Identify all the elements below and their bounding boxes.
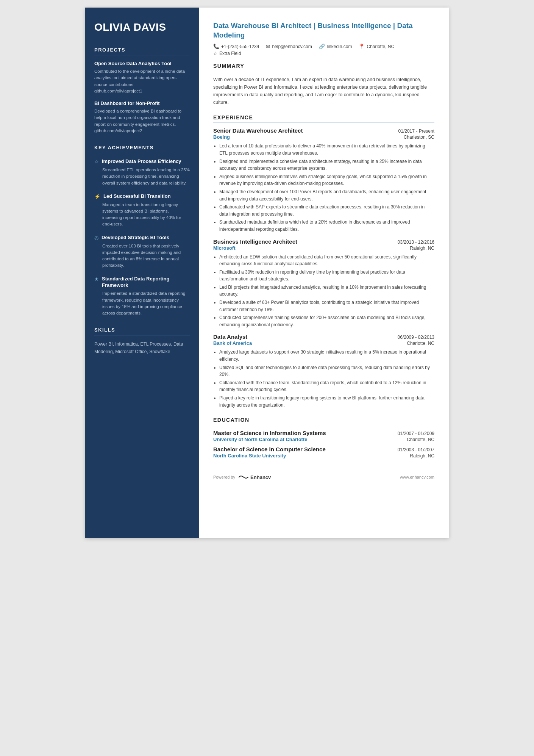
projects-divider: [94, 55, 190, 55]
resume-container: OLIVIA DAVIS PROJECTS Open Source Data A…: [85, 8, 449, 538]
skills-title: SKILLS: [94, 327, 190, 333]
achievement-item-1: ☆ Improved Data Process Efficiency Strea…: [94, 158, 190, 186]
edu-1-location: Charlotte, NC: [407, 437, 434, 442]
project-title-1: Open Source Data Analytics Tool: [94, 61, 190, 66]
edu-1-school: University of North Carolina at Charlott…: [213, 437, 307, 442]
bullet: Collaborated with SAP experts to streaml…: [219, 203, 434, 218]
bullet: Led a team of 10 data professionals to d…: [219, 142, 434, 157]
job-3-company: Bank of America: [213, 340, 252, 346]
location-text: Charlotte, NC: [367, 44, 394, 49]
education-divider: [213, 425, 434, 425]
achievement-title-4: Standardized Data Reporting Framework: [102, 276, 190, 289]
edu-2-location: Raleigh, NC: [410, 453, 434, 459]
achievement-header-4: ★ Standardized Data Reporting Framework: [94, 276, 190, 289]
bullet: Developed a suite of 60+ Power BI analyt…: [219, 299, 434, 313]
job-2-role: Business Intelligence Architect: [213, 238, 297, 245]
achievements-title: KEY ACHIEVEMENTS: [94, 145, 190, 150]
contact-location: 📍 Charlotte, NC: [359, 44, 394, 49]
linkedin-icon: 🔗: [319, 44, 325, 49]
experience-divider: [213, 122, 434, 123]
email-icon: ✉: [266, 44, 270, 49]
edu-2-school-row: North Carolina State University Raleigh,…: [213, 453, 434, 459]
edu-1-school-row: University of North Carolina at Charlott…: [213, 437, 434, 442]
location-icon: 📍: [359, 44, 365, 49]
job-2-date: 03/2013 - 12/2016: [398, 239, 434, 245]
project-desc-2: Developed a comprehensive BI dashboard t…: [94, 108, 190, 134]
achievement-item-2: ⚡ Led Successful BI Transition Managed a…: [94, 193, 190, 228]
achievement-header-3: ◎ Developed Strategic BI Tools: [94, 235, 190, 241]
contact-row: 📞 +1-(234)-555-1234 ✉ help@enhancv.com 🔗…: [213, 44, 434, 49]
job-1-header: Senior Data Warehouse Architect 01/2017 …: [213, 127, 434, 134]
experience-section: EXPERIENCE Senior Data Warehouse Archite…: [213, 114, 434, 409]
job-2-location: Raleigh, NC: [410, 246, 434, 251]
job-2-bullets: Architected an EDW solution that consoli…: [219, 254, 434, 329]
project-item-2: BI Dashboard for Non-Profit Developed a …: [94, 100, 190, 134]
main-header: Data Warehouse BI Architect | Business I…: [213, 21, 434, 56]
job-3-location: Charlotte, NC: [407, 341, 434, 346]
brand-name: Enhancv: [250, 474, 271, 480]
edu-2-school: North Carolina State University: [213, 453, 286, 459]
edu-2-degree: Bachelor of Science in Computer Science: [213, 446, 326, 452]
achievement-icon-3: ◎: [94, 235, 98, 241]
footer-left: Powered by Enhancv: [213, 474, 271, 480]
experience-section-title: EXPERIENCE: [213, 114, 434, 121]
bullet: Managed the development of over 100 Powe…: [219, 188, 434, 202]
main-content: Data Warehouse BI Architect | Business I…: [199, 8, 449, 538]
bullet: Facilitated a 30% reduction in reporting…: [219, 269, 434, 283]
job-3-header: Data Analyst 06/2009 - 02/2013: [213, 333, 434, 340]
edu-1: Master of Science in Information Systems…: [213, 430, 434, 442]
summary-section: SUMMARY With over a decade of IT experie…: [213, 63, 434, 106]
job-1-company-row: Boeing Charleston, SC: [213, 134, 434, 140]
candidate-name: OLIVIA DAVIS: [94, 21, 190, 33]
enhancv-logo: Enhancv: [238, 474, 271, 480]
bullet: Led BI projects that integrated advanced…: [219, 284, 434, 298]
summary-section-title: SUMMARY: [213, 63, 434, 69]
extra-field-text: Extra Field: [219, 51, 241, 56]
bullet: Aligned business intelligence initiative…: [219, 173, 434, 187]
skills-section: SKILLS Power BI, Informatica, ETL Proces…: [94, 327, 190, 355]
achievement-title-3: Developed Strategic BI Tools: [101, 235, 169, 241]
achievement-desc-1: Streamlined ETL operations leading to a …: [102, 167, 190, 186]
project-desc-1: Contributed to the development of a nich…: [94, 68, 190, 94]
bullet: Played a key role in transitioning legac…: [219, 394, 434, 409]
powered-by-text: Powered by: [213, 475, 235, 479]
phone-icon: 📞: [213, 44, 219, 49]
skills-text: Power BI, Informatica, ETL Processes, Da…: [94, 341, 190, 355]
edu-1-header: Master of Science in Information Systems…: [213, 430, 434, 436]
linkedin-text: linkedin.com: [327, 44, 352, 49]
edu-2-header: Bachelor of Science in Computer Science …: [213, 446, 434, 452]
extra-field: ☆ Extra Field: [213, 51, 434, 56]
job-1: Senior Data Warehouse Architect 01/2017 …: [213, 127, 434, 233]
job-3-date: 06/2009 - 02/2013: [398, 335, 434, 340]
achievement-desc-2: Managed a team in transitioning legacy s…: [102, 202, 190, 228]
phone-text: +1-(234)-555-1234: [221, 44, 259, 49]
summary-divider: [213, 71, 434, 71]
achievement-desc-3: Created over 100 BI tools that positivel…: [102, 243, 190, 269]
job-1-date: 01/2017 - Present: [398, 128, 434, 134]
education-section: EDUCATION Master of Science in Informati…: [213, 417, 434, 459]
enhancv-logo-icon: [238, 474, 249, 480]
achievement-item-4: ★ Standardized Data Reporting Framework …: [94, 276, 190, 317]
achievements-section: KEY ACHIEVEMENTS ☆ Improved Data Process…: [94, 145, 190, 316]
achievement-icon-4: ★: [94, 276, 99, 282]
bullet: Designed and implemented a cohesive data…: [219, 158, 434, 172]
project-title-2: BI Dashboard for Non-Profit: [94, 100, 190, 106]
projects-title: PROJECTS: [94, 47, 190, 53]
job-2-company-row: Microsoft Raleigh, NC: [213, 245, 434, 251]
achievement-header-1: ☆ Improved Data Process Efficiency: [94, 158, 190, 165]
edu-1-date: 01/2007 - 01/2009: [398, 431, 434, 436]
footer-website: www.enhancv.com: [400, 475, 434, 479]
achievement-desc-4: Implemented a standardized data reportin…: [102, 290, 190, 316]
star-icon: ☆: [213, 51, 217, 56]
achievement-icon-2: ⚡: [94, 194, 100, 199]
summary-text: With over a decade of IT experience, I a…: [213, 76, 434, 106]
job-1-role: Senior Data Warehouse Architect: [213, 127, 303, 134]
edu-2: Bachelor of Science in Computer Science …: [213, 446, 434, 459]
job-3: Data Analyst 06/2009 - 02/2013 Bank of A…: [213, 333, 434, 409]
contact-linkedin: 🔗 linkedin.com: [319, 44, 352, 49]
job-2-header: Business Intelligence Architect 03/2013 …: [213, 238, 434, 245]
job-2-company: Microsoft: [213, 245, 236, 251]
bullet: Architected an EDW solution that consoli…: [219, 254, 434, 268]
footer: Powered by Enhancv www.enhancv.com: [213, 470, 434, 480]
job-3-company-row: Bank of America Charlotte, NC: [213, 340, 434, 346]
